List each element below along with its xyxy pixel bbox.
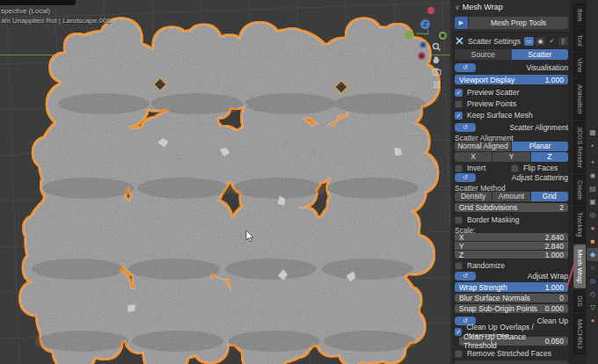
checkbox-box[interactable] <box>511 164 519 172</box>
tool-icon[interactable]: + <box>587 156 598 169</box>
particles-icon[interactable]: ○ <box>587 261 598 274</box>
constraints-icon: ◇ <box>590 290 595 298</box>
gizmo-x-ball[interactable] <box>427 7 434 14</box>
sidebar-tab-create[interactable]: Create <box>573 175 586 206</box>
sidebar-tab-tool[interactable]: Tool <box>573 29 586 52</box>
segment-source[interactable]: Source <box>455 49 512 60</box>
scatter-settings-title: Scatter Settings <box>468 37 521 46</box>
modifiers-icon[interactable]: ◆ <box>587 248 598 261</box>
checkbox-box[interactable] <box>455 328 462 336</box>
scatter-method-group: DensityAmountGrid <box>455 192 568 201</box>
sidebar-tab-mesh-wrap[interactable]: Mesh Wrap <box>573 244 586 288</box>
wrap-strength-slider[interactable]: Wrap Strength1.000 <box>455 282 568 292</box>
checkbox-remove-stretched-faces[interactable]: Remove Stretched Faces <box>455 349 568 358</box>
view-layer-icon[interactable]: ▣ <box>587 195 598 208</box>
segment-density[interactable]: Density <box>455 192 492 201</box>
chevron-down-icon[interactable]: ∨ <box>455 4 460 11</box>
sidebar-tab-strip: ItemToolViewAnimation3DGS RenderCreateTr… <box>572 0 586 364</box>
perspective-toggle-icon[interactable] <box>430 77 442 90</box>
snap-sub-origin-field[interactable]: Snap Sub-Origin Points0.000 <box>455 304 568 313</box>
mesh-prep-tools-button[interactable]: Mesh Prep Tools <box>469 17 568 29</box>
mesh-wrap-panel: ∨Mesh Wrap ▶ Mesh Prep Tools Scatter Set… <box>450 0 572 364</box>
segment-y[interactable]: Y <box>492 152 529 162</box>
gizmo-y-neg-ball[interactable] <box>439 32 447 40</box>
checkbox-box[interactable] <box>455 216 463 224</box>
checkbox-box[interactable] <box>455 89 463 97</box>
field-label: Clean Up Distance Threshold <box>463 332 545 350</box>
checkbox-flip-faces[interactable]: Flip Faces <box>511 164 558 172</box>
gizmo-y-ball[interactable] <box>405 31 413 39</box>
scale-z-field[interactable]: Z1.000 <box>455 251 568 258</box>
checkbox-preview-points[interactable]: Preview Points <box>455 99 568 108</box>
segment-x[interactable]: X <box>455 152 492 162</box>
reset-icon-button[interactable]: ↺ <box>455 123 476 132</box>
object-data-icon[interactable]: ▽ <box>587 301 598 314</box>
checkbox-box[interactable] <box>455 350 463 358</box>
checkbox-box[interactable] <box>455 112 463 120</box>
field-value: 0.050 <box>545 337 564 346</box>
checkbox-border-masking[interactable]: Border Masking <box>455 215 568 224</box>
reset-icon-button[interactable]: ↺ <box>455 173 476 182</box>
section-label: Adjust Wrap <box>528 272 568 280</box>
physics-icon[interactable]: ◎ <box>587 274 598 288</box>
viewport-display-slider[interactable]: Viewport Display1.000 <box>455 75 568 84</box>
segment-grid[interactable]: Grid <box>531 192 568 201</box>
pin-icon[interactable]: ▪ <box>587 139 598 152</box>
properties-tab-strip: ▦▪+◉▤▣◎●■◆○◎◇▽● <box>586 0 598 364</box>
checkbox-box[interactable] <box>455 100 463 108</box>
3d-viewport[interactable]: spective (Local) ain Unapplied Rot | Lan… <box>0 0 450 364</box>
world-icon[interactable]: ● <box>587 222 598 235</box>
render-icon[interactable]: ◉ <box>587 169 598 182</box>
checkbox-box[interactable] <box>455 262 463 270</box>
pin-icon: ▪ <box>592 142 594 149</box>
sidebar-tab-gis[interactable]: GIS <box>573 290 586 312</box>
blur-surface-normals-field[interactable]: Blur Surface Normals0 <box>455 294 568 302</box>
terrain-mesh[interactable] <box>0 0 450 364</box>
segment-amount[interactable]: Amount <box>492 192 529 201</box>
checkbox-box[interactable] <box>455 164 463 172</box>
clean-up-threshold-field[interactable]: Clean Up Distance Threshold0.050 <box>459 337 568 346</box>
zoom-icon[interactable] <box>430 40 442 53</box>
sidebar-tab-view[interactable]: View <box>573 53 586 77</box>
checkbox-label: Keep Surface Mesh <box>467 111 533 120</box>
sidebar-tab-3dgs-render[interactable]: 3DGS Render <box>573 121 586 173</box>
constraints-icon[interactable]: ◇ <box>587 288 598 301</box>
gizmo-z-ball[interactable]: Z <box>420 19 430 29</box>
output-icon[interactable]: ▤ <box>587 182 598 195</box>
display-icon[interactable]: ▭ <box>524 37 534 46</box>
segment-planar[interactable]: Planar <box>512 142 568 151</box>
editor-type-icon[interactable]: ▦ <box>587 126 598 139</box>
segment-normal-aligned[interactable]: Normal Aligned <box>455 142 511 151</box>
move-hand-icon[interactable] <box>430 53 442 65</box>
sidebar-tab-machin3[interactable]: MACHIN3 <box>573 314 586 354</box>
object-icon[interactable]: ■ <box>587 235 598 248</box>
gizmo-z-neg-ball[interactable] <box>419 41 427 48</box>
render-icon: ◉ <box>590 171 596 179</box>
camera-icon[interactable]: ◉ <box>536 37 545 46</box>
camera-view-icon[interactable] <box>430 65 442 77</box>
scale-y-field[interactable]: Y2.840 <box>455 242 568 250</box>
scene-icon[interactable]: ◎ <box>587 208 598 222</box>
reset-icon-button[interactable]: ↺ <box>455 272 476 280</box>
segment-z[interactable]: Z <box>531 152 568 162</box>
gizmo-x-neg-ball[interactable] <box>418 52 426 60</box>
sidebar-tab-item[interactable]: Item <box>573 4 586 27</box>
physics-icon: ◎ <box>590 277 596 285</box>
field-label: Grid Subdivisions <box>459 203 517 212</box>
panel-header[interactable]: ∨Mesh Wrap <box>455 3 568 11</box>
trash-icon[interactable]: ▯ <box>558 37 568 46</box>
checkbox-invert[interactable]: Invert <box>455 164 485 172</box>
grid-subdivisions-field[interactable]: Grid Subdivisions2 <box>455 203 568 212</box>
reset-icon-button[interactable]: ↺ <box>455 63 476 72</box>
checkbox-keep-surface-mesh[interactable]: Keep Surface Mesh <box>455 111 568 120</box>
segment-scatter[interactable]: Scatter <box>512 49 569 60</box>
slider-label: Viewport Display <box>459 76 514 84</box>
sidebar-tab-animation[interactable]: Animation <box>573 79 586 119</box>
material-icon[interactable]: ● <box>587 314 598 327</box>
sidebar-tab-tracking[interactable]: Tracking <box>573 207 586 242</box>
checkbox-randomize[interactable]: Randomize <box>455 261 568 270</box>
scale-x-field[interactable]: X2.840 <box>455 233 568 241</box>
check-icon[interactable]: ✓ <box>547 37 557 46</box>
checkbox-preview-scatter[interactable]: Preview Scatter <box>455 88 568 97</box>
expand-play-icon[interactable]: ▶ <box>455 17 468 29</box>
